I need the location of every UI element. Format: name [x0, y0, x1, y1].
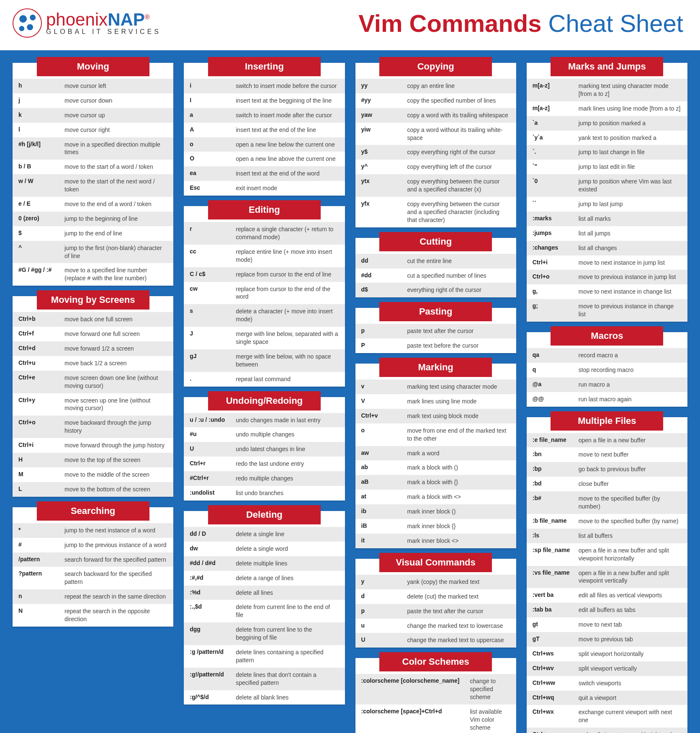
command-key: N — [18, 607, 64, 623]
command-row: Jmerge with line below, separated with a… — [184, 327, 345, 349]
command-desc: open a new line above the current one — [236, 155, 339, 163]
command-row: Ctrl+emove screen down one line (without… — [13, 371, 173, 393]
command-row: vmarking text using character mode — [355, 379, 516, 394]
command-row: Ctrl+=make all viewports equal height an… — [527, 728, 687, 733]
command-row: Ctrl+wqquit a viewport — [527, 691, 687, 705]
command-row: #jump to the previous instance of a word — [13, 538, 173, 552]
command-desc: move to next instance in jump list — [579, 259, 682, 267]
command-row: @@run last macro again — [527, 392, 687, 407]
command-row: ?patternsearch backward for the specifie… — [13, 567, 173, 589]
command-desc: mark lines using line mode [from a to z] — [579, 105, 682, 113]
command-row: cwreplace from cursor to the end of the … — [184, 282, 345, 305]
command-key: :changes — [533, 244, 579, 252]
command-desc: move to the bottom of the screen — [64, 485, 167, 493]
command-desc: jump to the previous instance of a word — [64, 541, 167, 549]
command-row: e / Emove to the end of a word / token — [13, 197, 173, 212]
command-row: sdelete a character (+ move into insert … — [184, 304, 345, 327]
card-title: Editing — [208, 200, 321, 219]
command-desc: switch to insert mode before the cursor — [236, 82, 339, 90]
command-desc: replace entire line (+ move into insert … — [236, 248, 339, 264]
cheat-card: Undoing/Redoingu / :u / :undoundo change… — [184, 397, 345, 501]
command-desc: list all marks — [579, 215, 682, 223]
command-key: yiw — [361, 126, 407, 142]
command-desc: quit a viewport — [579, 694, 682, 702]
command-desc: move to the top of the screen — [64, 456, 167, 464]
command-key: m[a-z] — [533, 82, 579, 98]
command-row: :b file_namemove to the specified buffer… — [527, 514, 687, 529]
command-desc: move cursor right — [64, 126, 167, 134]
command-key: yy — [361, 82, 407, 90]
command-row: ppaste the text after the cursor — [355, 604, 516, 619]
command-row: dggdelete from current line to the beggi… — [184, 622, 345, 645]
command-key: p — [361, 607, 407, 615]
command-desc: go back to previous buffer — [579, 465, 682, 473]
card-title: Visual Commands — [379, 553, 492, 572]
command-desc: jump to last change in file — [579, 148, 682, 156]
command-key: #yy — [361, 97, 407, 105]
command-key: Ctrl+e — [18, 374, 64, 390]
command-row: iBmark inner block {} — [355, 519, 516, 534]
command-row: awmark a word — [355, 446, 516, 461]
command-key: p — [361, 327, 407, 335]
command-desc: copy a word without its trailing white-s… — [407, 126, 510, 142]
command-key: Ctrl+y — [18, 397, 64, 413]
command-key: :g!/pattern/d — [190, 671, 236, 687]
command-row: kmove cursor up — [13, 108, 173, 123]
command-row: ytxcopy everything between the cursor an… — [355, 174, 516, 197]
command-desc: delete a range of lines — [236, 574, 339, 582]
cheat-sheet-board: Movinghmove cursor leftjmove cursor down… — [0, 50, 700, 733]
command-row: Ctrl+omove to previous instance in jump … — [527, 270, 687, 284]
command-desc: copy everything left of the cursor — [407, 163, 510, 171]
cheat-card: Markingvmarking text using character mod… — [355, 364, 516, 548]
command-desc: move to the middle of the screen — [64, 471, 167, 479]
command-key: `. — [533, 148, 579, 156]
command-key: Ctrl+= — [533, 731, 579, 733]
command-row: b / Bmove to the start of a word / token — [13, 160, 173, 174]
command-row: ccreplace entire line (+ move into inser… — [184, 245, 345, 267]
command-key: gT — [533, 635, 579, 643]
command-key: at — [361, 493, 407, 501]
command-row: `"jump to last edit in file — [527, 160, 687, 174]
command-key: b / B — [18, 163, 64, 171]
command-row: Ctrl+wvsplit viewport vertically — [527, 661, 687, 676]
command-row: Ctrl+wxexchange current viewport with ne… — [527, 705, 687, 728]
cheat-card: Multiple Files:e file_nameopen a file in… — [527, 417, 687, 733]
command-key: Ctrl+i — [533, 259, 579, 267]
command-row: :g!/pattern/ddelete lines that don't con… — [184, 668, 345, 690]
brand: phoenixNAP® GLOBAL IT SERVICES — [13, 8, 161, 38]
cheat-card: Copyingyycopy an entire line#yycopy the … — [355, 63, 516, 227]
command-key: d — [361, 593, 407, 601]
command-desc: repeat the search in the opposite direct… — [64, 607, 167, 623]
command-row: :changeslist all changes — [527, 241, 687, 256]
command-key: Ctrl+o — [18, 419, 64, 435]
command-key: o — [361, 427, 407, 443]
page-header: phoenixNAP® GLOBAL IT SERVICES Vim Comma… — [0, 0, 700, 50]
command-desc: yank (copy) the marked text — [407, 578, 510, 586]
command-key: `y`a — [533, 134, 579, 142]
command-desc: jump to last jump — [579, 200, 682, 208]
command-key: :marks — [533, 215, 579, 223]
command-row: :markslist all marks — [527, 212, 687, 226]
command-desc: move to previous instance in jump list — [579, 273, 682, 281]
cheat-card: Insertingiswitch to insert mode before t… — [184, 63, 345, 196]
cheat-card: Cuttingddcut the entire line#ddcut a spe… — [355, 238, 516, 298]
command-desc: open a file in a new buffer and split vi… — [579, 569, 682, 585]
command-row: m[a-z]marking text using character mode … — [527, 79, 687, 101]
card-title: Undoing/Redoing — [208, 391, 321, 410]
command-key: #Ctrl+r — [190, 475, 236, 483]
command-key: ea — [190, 170, 236, 178]
command-desc: open a file in a new buffer — [579, 436, 682, 444]
command-key: :sp file_name — [533, 547, 579, 563]
command-row: #ddcut a specified number of lines — [355, 268, 516, 283]
command-key: :b# — [533, 495, 579, 511]
command-row: Mmove to the middle of the screen — [13, 467, 173, 482]
command-key: :e file_name — [533, 436, 579, 444]
command-row: yycopy an entire line — [355, 79, 516, 93]
command-row: /patternsearch forward for the specified… — [13, 552, 173, 567]
command-row: :#,#ddelete a range of lines — [184, 571, 345, 586]
command-row: eainsert text at the end of the word — [184, 166, 345, 181]
command-row: :vert baedit all files as vertical viewp… — [527, 588, 687, 603]
command-desc: delete from current line to the begginin… — [236, 626, 339, 642]
command-row: :vs file_nameopen a file in a new buffer… — [527, 566, 687, 588]
command-desc: delete from current line to the end of f… — [236, 603, 339, 619]
